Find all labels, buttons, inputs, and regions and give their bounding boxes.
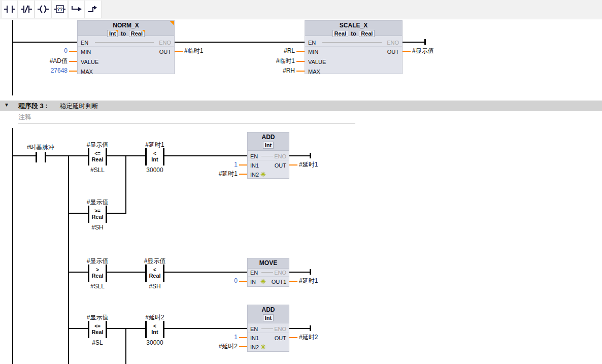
compare-operand-bottom[interactable]: #SLL [78, 167, 117, 174]
nc-contact-icon [20, 4, 32, 14]
type-from-dropdown[interactable]: Real [332, 30, 348, 37]
compare-operand-top[interactable]: #显示值 [78, 314, 117, 321]
pin-stub [239, 337, 247, 338]
pin-stub [69, 71, 77, 72]
network-title[interactable]: 稳定延时判断 [60, 102, 98, 111]
compare-operand-top[interactable]: #延时2 [136, 314, 174, 321]
operand-min[interactable]: #RL [244, 47, 295, 55]
operand-out[interactable]: #延时2 [299, 334, 318, 341]
pin-en: EN [250, 153, 258, 160]
compare-contact[interactable]: #显示值 > Real #SLL [78, 257, 117, 290]
operand-value[interactable]: #临时1 [244, 57, 295, 65]
compare-operand-bottom[interactable]: #SH [136, 283, 174, 290]
type-dropdown[interactable]: Int [263, 142, 274, 149]
compare-operand-bottom[interactable]: #SH [78, 224, 117, 231]
branch-wire [125, 328, 126, 364]
divider [248, 160, 289, 160]
compare-type: Real [91, 156, 103, 163]
collapse-triangle-icon[interactable]: ▼ [4, 102, 9, 108]
operand-value[interactable]: #AD值 [17, 57, 68, 65]
pin-value: VALUE [308, 58, 326, 65]
scale-x-block[interactable]: SCALE_X Real to Real EN ENO MIN OUT VALU… [305, 20, 403, 74]
compare-operand-top[interactable]: #显示值 [78, 198, 117, 206]
operand-max[interactable]: 27648 [17, 67, 68, 75]
compare-operand-top[interactable]: #显示值 [78, 141, 117, 148]
operand-in2[interactable]: #延时2 [187, 343, 238, 350]
compare-operand-top[interactable]: #显示值 [78, 257, 117, 264]
compare-op: >= [94, 208, 101, 214]
compare-type: Real [91, 329, 103, 336]
compare-contact[interactable]: #显示值 < Real #SH [136, 257, 174, 290]
block-title: ADD [248, 133, 289, 141]
norm-x-block[interactable]: NORM_X Int to Real EN ENO MIN OUT VALUE … [77, 20, 175, 74]
network-header[interactable]: ▼ 程序段 3 : 稳定延时判断 [0, 101, 602, 111]
move-block[interactable]: MOVE EN ENO IN OUT1 [247, 258, 289, 287]
open-branch-button[interactable] [68, 1, 85, 18]
compare-operand-bottom[interactable]: #SL [78, 339, 117, 346]
pin-stub [69, 51, 77, 52]
pin-stub [239, 346, 247, 347]
operand-out[interactable]: #延时1 [299, 161, 318, 169]
coil-button[interactable] [35, 1, 51, 18]
compare-contact[interactable]: #显示值 <= Real #SLL [78, 141, 117, 174]
type-from-dropdown[interactable]: Int [107, 30, 118, 37]
pin-in: IN [250, 278, 256, 285]
pin-stub [289, 164, 297, 166]
compare-contact[interactable]: #延时2 < Int 30000 [136, 314, 174, 346]
pin-en: EN [81, 39, 88, 46]
add-input-star-icon[interactable]: ✳ [260, 344, 266, 350]
operand-out1[interactable]: #延时1 [299, 277, 318, 285]
divider [78, 46, 174, 47]
no-contact-button[interactable] [1, 1, 18, 18]
pin-eno: ENO [274, 269, 286, 276]
operand-min[interactable]: 0 [17, 47, 68, 55]
operand-in1[interactable]: 1 [187, 161, 238, 169]
add-output-star-icon[interactable]: ✳ [260, 278, 266, 285]
pin-en: EN [250, 325, 258, 333]
network-comment[interactable]: 注释 [18, 113, 31, 122]
type-dropdown[interactable]: Int [263, 314, 274, 321]
pin-stub [296, 51, 305, 52]
operand-in[interactable]: 0 [187, 277, 238, 285]
close-branch-button[interactable] [85, 1, 102, 18]
wire [289, 272, 311, 273]
compare-type: Int [151, 329, 158, 336]
contact-operand[interactable]: #时基脉冲 [18, 144, 63, 151]
no-contact[interactable]: #时基脉冲 [18, 144, 63, 162]
add-block-2[interactable]: ADD Int EN ENO IN1 OUT IN2 [247, 305, 289, 352]
compare-contact[interactable]: #显示值 >= Real #SH [78, 198, 117, 231]
pin-stub [69, 61, 77, 62]
type-to-dropdown[interactable]: Real [359, 30, 375, 37]
compare-op: <= [94, 151, 101, 156]
operand-in2[interactable]: #延时1 [187, 170, 238, 178]
en-eno-dash [261, 156, 273, 156]
empty-box-icon: ?? [54, 4, 66, 14]
modified-corner-icon [170, 21, 174, 25]
compare-operand-top[interactable]: #延时1 [136, 141, 174, 148]
pin-max: MAX [81, 68, 93, 75]
type-to-dropdown[interactable]: Real [129, 30, 145, 37]
pin-stub [296, 71, 305, 72]
compare-operand-bottom[interactable]: #SLL [78, 283, 117, 290]
type-separator: to [121, 30, 126, 37]
operand-in1[interactable]: 1 [187, 334, 238, 341]
pin-eno: ENO [274, 153, 286, 160]
compare-operand-bottom[interactable]: 30000 [136, 167, 174, 174]
pin-stub [289, 281, 297, 282]
compare-contact[interactable]: #显示值 <= Real #SL [78, 314, 117, 346]
compare-op: > [96, 267, 99, 273]
compare-contact[interactable]: #延时1 < Int 30000 [136, 141, 174, 174]
compare-operand-bottom[interactable]: 30000 [136, 339, 174, 346]
pin-stub [296, 61, 305, 62]
pin-eno: ENO [159, 39, 171, 46]
compare-op: <= [94, 323, 101, 329]
add-block-1[interactable]: ADD Int EN ENO IN1 OUT IN2 [247, 132, 289, 179]
nc-contact-button[interactable] [18, 1, 35, 18]
operand-max[interactable]: #RH [244, 67, 295, 75]
operand-out[interactable]: #显示值 [412, 47, 434, 55]
compare-operand-top[interactable]: #显示值 [136, 257, 174, 264]
operand-out[interactable]: #临时1 [184, 47, 203, 55]
empty-box-button[interactable]: ?? [51, 1, 68, 18]
add-input-star-icon[interactable]: ✳ [260, 171, 266, 178]
pin-in1: IN1 [250, 162, 259, 169]
